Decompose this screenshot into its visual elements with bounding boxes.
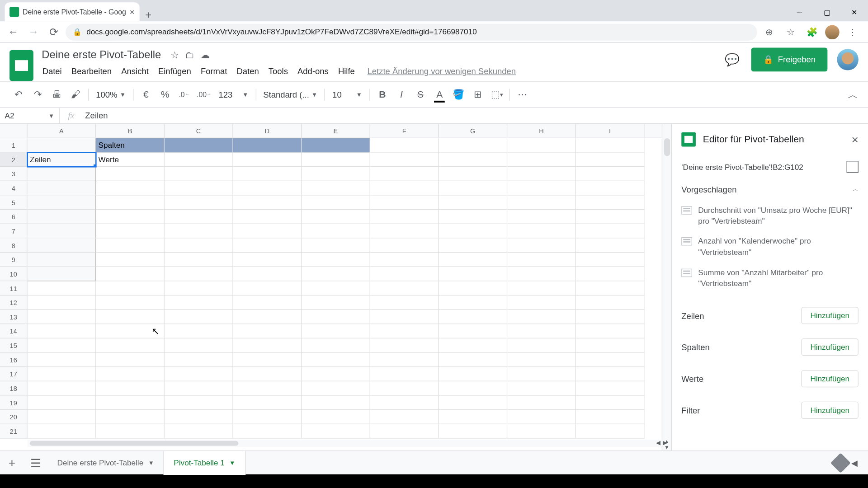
- cell-A13[interactable]: [28, 310, 96, 324]
- cell-B14[interactable]: [96, 324, 165, 338]
- cell-I6[interactable]: [576, 210, 645, 224]
- cell-C6[interactable]: [165, 210, 233, 224]
- suggestion-item[interactable]: Anzahl von "Kalenderwoche" pro "Vertrieb…: [681, 231, 859, 263]
- merge-cells-button[interactable]: ⬚▾: [488, 85, 506, 103]
- cell-H5[interactable]: [507, 196, 576, 210]
- cell-C8[interactable]: [165, 238, 233, 253]
- cell-C13[interactable]: [165, 310, 233, 324]
- cell-G10[interactable]: [439, 267, 508, 282]
- cell-A19[interactable]: [28, 396, 96, 410]
- cell-H11[interactable]: [507, 281, 576, 296]
- cell-D16[interactable]: [233, 353, 302, 367]
- cell-I19[interactable]: [576, 396, 645, 410]
- paint-format-button[interactable]: 🖌: [67, 85, 85, 103]
- cell-H18[interactable]: [507, 381, 576, 396]
- sheet-tab-active[interactable]: Pivot-Tabelle 1▼: [164, 451, 245, 475]
- cell-B6[interactable]: [96, 210, 165, 224]
- cell-A18[interactable]: [28, 381, 96, 396]
- cell-B16[interactable]: [96, 353, 165, 367]
- cell-B13[interactable]: [96, 310, 165, 324]
- browser-profile-avatar[interactable]: [825, 25, 840, 39]
- cell-F12[interactable]: [370, 296, 439, 310]
- row-header[interactable]: 9: [0, 253, 28, 267]
- cell-H1[interactable]: [507, 138, 576, 153]
- cell-A15[interactable]: [28, 338, 96, 353]
- menu-file[interactable]: Datei: [38, 64, 66, 78]
- cell-E5[interactable]: [302, 196, 370, 210]
- cell-C4[interactable]: [165, 181, 233, 196]
- cell-C18[interactable]: [165, 381, 233, 396]
- address-bar[interactable]: 🔒 docs.google.com/spreadsheets/d/1nVxVrV…: [66, 23, 757, 40]
- cell-G15[interactable]: [439, 338, 508, 353]
- cell-F20[interactable]: [370, 410, 439, 424]
- text-color-button[interactable]: A: [431, 85, 449, 103]
- cell-I15[interactable]: [576, 338, 645, 353]
- font-size-select[interactable]: 10▼: [329, 89, 366, 99]
- cell-H19[interactable]: [507, 396, 576, 410]
- cell-D6[interactable]: [233, 210, 302, 224]
- cell-I2[interactable]: [576, 153, 645, 167]
- row-header[interactable]: 5: [0, 196, 28, 210]
- sheets-logo-icon[interactable]: [9, 50, 33, 81]
- cell-H9[interactable]: [507, 253, 576, 267]
- back-button[interactable]: ←: [5, 23, 22, 40]
- row-header[interactable]: 10: [0, 267, 28, 282]
- cell-C5[interactable]: [165, 196, 233, 210]
- cell-I4[interactable]: [576, 181, 645, 196]
- cell-D4[interactable]: [233, 181, 302, 196]
- cell-F18[interactable]: [370, 381, 439, 396]
- col-header-G[interactable]: G: [439, 124, 508, 137]
- cell-A20[interactable]: [28, 410, 96, 424]
- cell-I3[interactable]: [576, 167, 645, 181]
- cell-I20[interactable]: [576, 410, 645, 424]
- cell-C1[interactable]: [165, 138, 233, 153]
- cell-A1[interactable]: [28, 138, 96, 153]
- cell-G2[interactable]: [439, 153, 508, 167]
- cell-B15[interactable]: [96, 338, 165, 353]
- cell-C12[interactable]: [165, 296, 233, 310]
- decrease-decimal-button[interactable]: .0←: [175, 85, 193, 103]
- last-edit-info[interactable]: Letzte Änderung vor wenigen Sekunden: [368, 66, 516, 75]
- cell-F9[interactable]: [370, 253, 439, 267]
- cell-F15[interactable]: [370, 338, 439, 353]
- new-tab-button[interactable]: +: [139, 9, 157, 22]
- cell-A7[interactable]: [28, 224, 96, 239]
- cell-F11[interactable]: [370, 281, 439, 296]
- spreadsheet-grid[interactable]: A B C D E F G H I 1Spalten2ZeilenWerte34…: [0, 124, 662, 450]
- number-format-select[interactable]: 123▼: [215, 89, 252, 99]
- cell-C20[interactable]: [165, 410, 233, 424]
- cell-B18[interactable]: [96, 381, 165, 396]
- cell-C15[interactable]: [165, 338, 233, 353]
- minimize-button[interactable]: ─: [786, 4, 813, 22]
- explore-icon[interactable]: [830, 453, 851, 473]
- cell-C2[interactable]: [165, 153, 233, 167]
- cell-A6[interactable]: [28, 210, 96, 224]
- cell-C16[interactable]: [165, 353, 233, 367]
- add-filter-button[interactable]: Hinzufügen: [802, 402, 859, 419]
- cell-E18[interactable]: [302, 381, 370, 396]
- cell-E12[interactable]: [302, 296, 370, 310]
- cell-F6[interactable]: [370, 210, 439, 224]
- cell-D18[interactable]: [233, 381, 302, 396]
- cell-F1[interactable]: [370, 138, 439, 153]
- cell-B2[interactable]: Werte: [96, 153, 165, 167]
- cell-F7[interactable]: [370, 224, 439, 239]
- add-columns-button[interactable]: Hinzufügen: [802, 338, 859, 356]
- increase-decimal-button[interactable]: .00→: [194, 85, 214, 103]
- cell-E7[interactable]: [302, 224, 370, 239]
- browser-tab[interactable]: Deine erste Pivot-Tabelle - Goog ×: [5, 2, 140, 21]
- cell-F21[interactable]: [370, 424, 439, 439]
- menu-tools[interactable]: Tools: [264, 64, 292, 78]
- cell-F8[interactable]: [370, 238, 439, 253]
- cell-G13[interactable]: [439, 310, 508, 324]
- cell-I12[interactable]: [576, 296, 645, 310]
- cell-F5[interactable]: [370, 196, 439, 210]
- menu-data[interactable]: Daten: [232, 64, 263, 78]
- cell-B21[interactable]: [96, 424, 165, 439]
- cell-E1[interactable]: [302, 138, 370, 153]
- cell-A14[interactable]: [28, 324, 96, 338]
- cell-I14[interactable]: [576, 324, 645, 338]
- extensions-icon[interactable]: 🧩: [804, 23, 821, 40]
- close-tab-icon[interactable]: ×: [130, 7, 135, 17]
- cell-D8[interactable]: [233, 238, 302, 253]
